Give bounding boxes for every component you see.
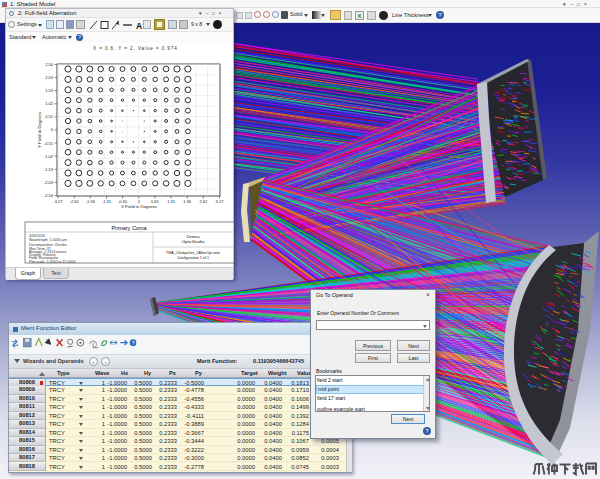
svg-text:1.96: 1.96 <box>183 199 192 204</box>
svg-text:Decomposition: Zernike: Decomposition: Zernike <box>29 243 67 247</box>
svg-text:OpticStudio: OpticStudio <box>182 239 205 244</box>
svg-text:Wavelength: 1.0000 µm: Wavelength: 1.0000 µm <box>29 238 67 242</box>
svg-text:Y Field in Degrees: Y Field in Degrees <box>37 111 42 148</box>
svg-text:X Field in Degrees: X Field in Degrees <box>121 204 158 209</box>
svg-text:0: 0 <box>138 199 141 204</box>
svg-text:-2.54: -2.54 <box>44 193 54 198</box>
svg-text:-2.62: -2.62 <box>70 199 80 204</box>
svg-text:-1.53: -1.53 <box>44 167 54 172</box>
svg-text:-2.03: -2.03 <box>44 180 54 185</box>
svg-text:X = 0.6, Y = 2, Value = 0.974: X = 0.6, Y = 2, Value = 0.974 <box>93 46 178 51</box>
svg-text:1.31: 1.31 <box>167 199 176 204</box>
svg-text:0: 0 <box>51 127 54 132</box>
svg-text:TMA_Chebyshev_2AfterOpt.zmx: TMA_Chebyshev_2AfterOpt.zmx <box>166 251 220 255</box>
svg-text:?: ? <box>132 340 135 346</box>
svg-text:-0.51: -0.51 <box>44 141 54 146</box>
svg-text:-0.65: -0.65 <box>118 199 128 204</box>
svg-text:1.53: 1.53 <box>45 88 54 93</box>
svg-text:2.03: 2.03 <box>45 75 54 80</box>
svg-text:2.62: 2.62 <box>199 199 208 204</box>
svg-text:2.54: 2.54 <box>45 62 54 67</box>
svg-text:0.65: 0.65 <box>151 199 160 204</box>
svg-text:4/30/2016: 4/30/2016 <box>29 234 45 238</box>
svg-text:3.27: 3.27 <box>216 199 225 204</box>
svg-text:-3.27: -3.27 <box>53 199 63 204</box>
svg-text:-1.96: -1.96 <box>86 199 96 204</box>
svg-text:-1.31: -1.31 <box>102 199 112 204</box>
svg-text:0.51: 0.51 <box>45 114 54 119</box>
svg-text:Configuration 1 of 1: Configuration 1 of 1 <box>177 256 209 260</box>
svg-text:Primary Coma: Primary Coma <box>111 225 147 231</box>
svg-text:1.02: 1.02 <box>45 101 54 106</box>
svg-text:Plot scale: 2.0000 to 15.0000: Plot scale: 2.0000 to 15.0000 <box>29 260 76 264</box>
svg-text:-1.02: -1.02 <box>44 154 54 159</box>
